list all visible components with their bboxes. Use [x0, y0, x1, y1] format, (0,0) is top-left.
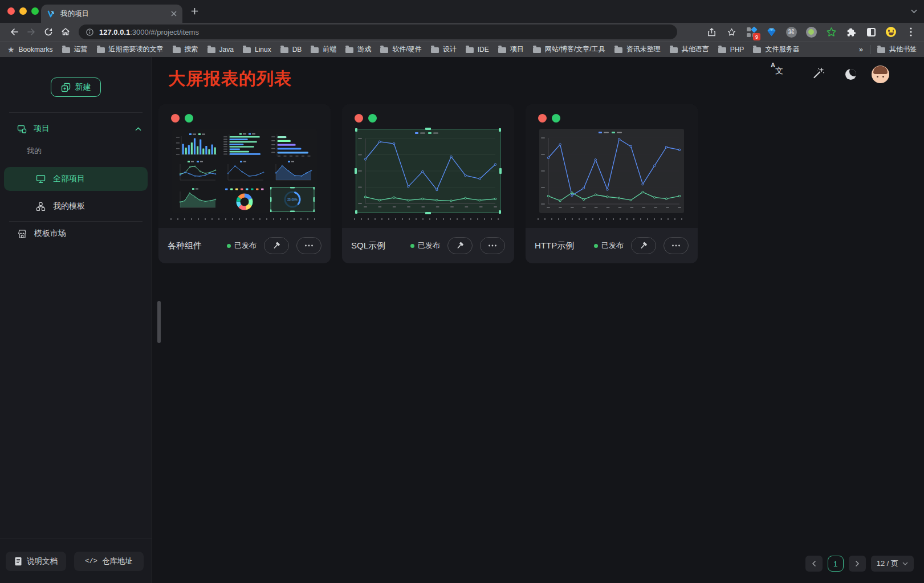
documentation-button[interactable]: 说明文档 — [6, 552, 66, 571]
preview-window-dots — [355, 114, 502, 123]
emoji-extension-icon[interactable] — [885, 26, 897, 38]
share-icon[interactable] — [706, 26, 717, 38]
bookmarks-label: Bookmarks — [19, 46, 53, 54]
puzzle-extensions-icon[interactable] — [845, 26, 857, 38]
project-thumbnail — [539, 129, 684, 213]
prev-page-button[interactable] — [805, 556, 823, 572]
browser-menu-icon[interactable] — [905, 26, 917, 38]
bookmark-folder-item[interactable]: 设计 — [431, 44, 457, 54]
project-thumbnail-selected — [356, 129, 500, 213]
magic-wand-icon[interactable] — [812, 67, 825, 80]
mini-chart-gauge: 25.00% — [270, 187, 315, 212]
close-window-button[interactable] — [7, 7, 15, 15]
selection-handle — [355, 128, 357, 132]
bookmark-folder-item[interactable]: 其他语言 — [670, 44, 709, 54]
bookmark-star-icon[interactable] — [726, 26, 737, 38]
sidebar-item-all-projects[interactable]: 全部项目 — [4, 167, 148, 191]
folder-icon — [431, 47, 439, 53]
bookmark-folder-item[interactable]: 网站/博客/文章/工具 — [533, 44, 605, 54]
folder-icon — [97, 47, 105, 53]
bookmark-folder-item[interactable]: Java — [207, 44, 234, 54]
edit-hammer-button[interactable] — [264, 237, 289, 254]
extension-grid-icon[interactable]: 9 — [746, 26, 757, 38]
window-controls — [7, 7, 39, 15]
edit-hammer-button[interactable] — [447, 237, 473, 254]
sidebar-item-template-market[interactable]: 模板市场 — [0, 223, 152, 244]
bookmark-folder-item[interactable]: 资讯未整理 — [614, 44, 661, 54]
edit-hammer-button[interactable] — [631, 237, 656, 254]
tab-favicon — [47, 10, 55, 18]
bookmark-folder-label: 设计 — [443, 44, 457, 54]
sidebar-item-label: 我的模板 — [53, 201, 85, 211]
project-card[interactable]: 25.00% 各种组件 已发布 — [158, 104, 331, 263]
dark-mode-extension-icon[interactable] — [865, 26, 877, 38]
tab-search-chevron-icon[interactable] — [911, 9, 917, 14]
bookmark-folder-item[interactable]: 项目 — [498, 44, 524, 54]
bookmark-folder-item[interactable]: 近期需要读的文章 — [97, 44, 164, 54]
red-dot — [355, 114, 363, 123]
mini-chart-line-dual — [174, 160, 219, 185]
current-page-button[interactable]: 1 — [828, 556, 844, 572]
bookmark-folder-item[interactable]: 运营 — [62, 44, 88, 54]
gem-extension-icon[interactable] — [766, 26, 777, 38]
project-card[interactable]: HTTP示例 已发布 — [526, 104, 698, 263]
url-path: :3000/#/project/items — [130, 28, 199, 36]
folder-icon — [614, 47, 622, 53]
bookmark-folder-item[interactable]: 搜索 — [173, 44, 198, 54]
more-actions-button[interactable] — [480, 237, 505, 254]
repository-button[interactable]: </> 仓库地址 — [74, 552, 144, 571]
doc-button-label: 说明文档 — [27, 556, 58, 566]
sidebar-item-label: 模板市场 — [34, 229, 66, 239]
card-footer: SQL示例 已发布 — [342, 228, 514, 263]
bookmark-folder-label: 项目 — [510, 44, 524, 54]
green-dot — [552, 114, 560, 123]
tab-close-icon[interactable] — [171, 11, 177, 17]
bookmark-folder-item[interactable]: 软件/硬件 — [380, 44, 421, 54]
bookmark-folder-item[interactable]: 前端 — [311, 44, 336, 54]
mini-chart-line-single — [222, 160, 267, 185]
dark-mode-moon-icon[interactable] — [845, 69, 856, 80]
more-actions-button[interactable] — [664, 237, 689, 254]
home-icon[interactable] — [60, 27, 71, 37]
record-extension-icon[interactable] — [805, 26, 817, 38]
url-bar[interactable]: 127.0.0.1:3000/#/project/items — [79, 25, 677, 39]
bookmarks-overflow-button[interactable]: » — [859, 45, 863, 54]
reload-icon[interactable] — [43, 27, 54, 37]
new-project-button[interactable]: 新建 — [51, 78, 101, 97]
bookmark-folder-label: Java — [219, 46, 234, 54]
browser-tab[interactable]: 我的项目 — [41, 5, 182, 23]
bookmark-folder-item[interactable]: 游戏 — [345, 44, 371, 54]
bookmark-folder-item[interactable]: PHP — [718, 44, 744, 54]
project-card[interactable]: SQL示例 已发布 — [342, 104, 514, 263]
forward-icon[interactable] — [26, 27, 36, 37]
other-bookmarks-item[interactable]: 其他书签 — [877, 44, 917, 54]
more-actions-button[interactable] — [296, 237, 321, 254]
command-extension-icon[interactable]: ⌘ — [785, 26, 797, 38]
star-extension-icon[interactable] — [825, 26, 837, 38]
minimize-window-button[interactable] — [19, 7, 27, 15]
sidebar-section-project[interactable]: 项目 — [0, 119, 152, 139]
new-tab-button[interactable] — [190, 7, 199, 15]
bookmark-folder-item[interactable]: DB — [280, 44, 302, 54]
next-page-button[interactable] — [849, 556, 866, 572]
card-footer: HTTP示例 已发布 — [526, 228, 698, 263]
sidebar-group-mine: 我的 — [27, 146, 42, 156]
back-icon[interactable] — [9, 27, 19, 37]
sidebar-item-my-templates[interactable]: 我的模板 — [4, 194, 148, 218]
chevron-up-icon — [135, 127, 141, 131]
browser-toolbar: 127.0.0.1:3000/#/project/items 9 ⌘ — [0, 23, 924, 41]
zoom-window-button[interactable] — [31, 7, 39, 15]
bookmarks-right-group: » 其他书签 — [859, 44, 917, 54]
selection-handle — [425, 212, 431, 214]
site-info-icon[interactable] — [86, 28, 94, 36]
bookmark-folder-item[interactable]: Linux — [243, 44, 271, 54]
selection-handle — [499, 168, 502, 174]
bookmark-folder-item[interactable]: IDE — [466, 44, 489, 54]
sidebar-footer: 说明文档 </> 仓库地址 — [0, 539, 152, 583]
extension-badge: 9 — [753, 33, 760, 40]
bookmark-folder-label: 软件/硬件 — [392, 44, 421, 54]
page-size-select[interactable]: 12 / 页 — [871, 556, 914, 572]
user-avatar[interactable] — [872, 66, 889, 83]
bookmark-folder-item[interactable]: 文件服务器 — [753, 44, 799, 54]
bookmarks-manager-item[interactable]: ★ Bookmarks — [7, 46, 53, 54]
